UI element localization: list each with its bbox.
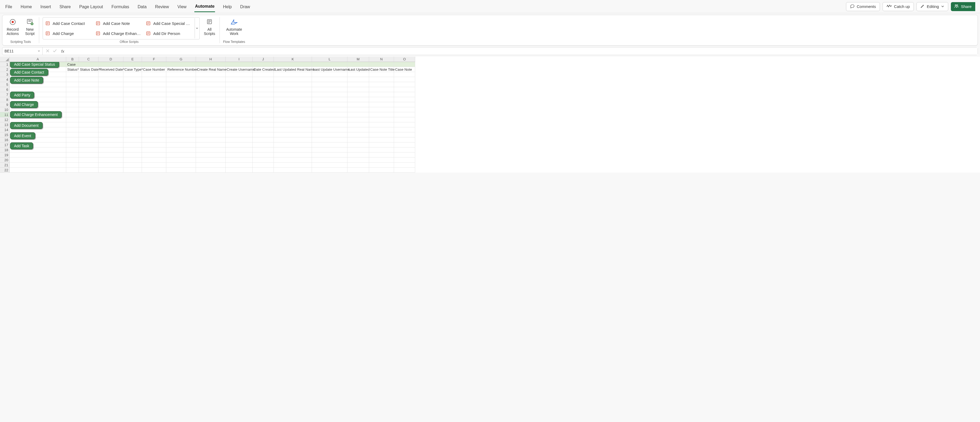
cell-B15[interactable] — [66, 132, 79, 137]
tab-share[interactable]: Share — [59, 1, 71, 12]
cell-K19[interactable] — [274, 153, 312, 158]
cell-D5[interactable] — [99, 82, 123, 87]
cell-H1[interactable] — [196, 62, 226, 67]
cell-B13[interactable] — [66, 122, 79, 127]
cell-J11[interactable] — [253, 112, 274, 117]
cell-K14[interactable] — [274, 127, 312, 132]
cell-D12[interactable] — [99, 117, 123, 122]
col-header-D[interactable]: D — [99, 57, 123, 62]
cell-N14[interactable] — [369, 127, 394, 132]
editing-mode-button[interactable]: Editing — [916, 2, 948, 11]
cell-I22[interactable] — [226, 167, 253, 173]
cell-C15[interactable] — [79, 132, 99, 137]
cell-L3[interactable] — [312, 72, 347, 77]
cell-C21[interactable] — [79, 162, 99, 167]
cell-H2[interactable]: Create Real Name — [196, 67, 226, 72]
row-header-22[interactable]: 22 — [0, 167, 10, 173]
comments-button[interactable]: Comments — [846, 2, 880, 11]
cell-G12[interactable] — [166, 117, 196, 122]
cell-E12[interactable] — [123, 117, 142, 122]
cell-O16[interactable] — [394, 137, 415, 142]
gallery-expand-button[interactable] — [195, 18, 199, 38]
cell-C10[interactable] — [79, 107, 99, 112]
col-header-I[interactable]: I — [226, 57, 253, 62]
cell-F9[interactable] — [142, 102, 166, 107]
cell-B11[interactable] — [66, 112, 79, 117]
cell-E8[interactable] — [123, 97, 142, 102]
tab-page-layout[interactable]: Page Layout — [79, 1, 103, 12]
cell-L18[interactable] — [312, 148, 347, 153]
cell-D8[interactable] — [99, 97, 123, 102]
cell-I4[interactable] — [226, 77, 253, 82]
cell-E9[interactable] — [123, 102, 142, 107]
cell-K17[interactable] — [274, 142, 312, 148]
row-header-20[interactable]: 20 — [0, 158, 10, 162]
cell-E11[interactable] — [123, 112, 142, 117]
cell-K22[interactable] — [274, 167, 312, 173]
macro-button-add-event[interactable]: Add Event — [10, 132, 35, 139]
cell-K3[interactable] — [274, 72, 312, 77]
cell-H18[interactable] — [196, 148, 226, 153]
cell-I18[interactable] — [226, 148, 253, 153]
cell-F11[interactable] — [142, 112, 166, 117]
cell-N8[interactable] — [369, 97, 394, 102]
cell-M3[interactable] — [347, 72, 369, 77]
cell-J7[interactable] — [253, 92, 274, 97]
cell-G14[interactable] — [166, 127, 196, 132]
cell-F1[interactable] — [142, 62, 166, 67]
tab-draw[interactable]: Draw — [240, 1, 250, 12]
cell-C6[interactable] — [79, 87, 99, 92]
cell-I9[interactable] — [226, 102, 253, 107]
cell-J12[interactable] — [253, 117, 274, 122]
cell-F16[interactable] — [142, 137, 166, 142]
cell-K20[interactable] — [274, 158, 312, 162]
cell-K15[interactable] — [274, 132, 312, 137]
cell-D18[interactable] — [99, 148, 123, 153]
tab-data[interactable]: Data — [137, 1, 147, 12]
tab-insert[interactable]: Insert — [40, 1, 51, 12]
cell-H21[interactable] — [196, 162, 226, 167]
cell-M14[interactable] — [347, 127, 369, 132]
cell-G5[interactable] — [166, 82, 196, 87]
col-header-H[interactable]: H — [196, 57, 226, 62]
tab-formulas[interactable]: Formulas — [111, 1, 130, 12]
cell-O9[interactable] — [394, 102, 415, 107]
cell-K5[interactable] — [274, 82, 312, 87]
cell-J13[interactable] — [253, 122, 274, 127]
cell-M9[interactable] — [347, 102, 369, 107]
cell-G4[interactable] — [166, 77, 196, 82]
cell-O15[interactable] — [394, 132, 415, 137]
cell-M12[interactable] — [347, 117, 369, 122]
cell-C1[interactable] — [79, 62, 99, 67]
macro-button-add-document[interactable]: Add Document — [10, 122, 43, 129]
cell-L2[interactable]: Last Update Username — [312, 67, 347, 72]
cell-E7[interactable] — [123, 92, 142, 97]
col-header-E[interactable]: E — [123, 57, 142, 62]
cell-B21[interactable] — [66, 162, 79, 167]
cell-I8[interactable] — [226, 97, 253, 102]
cell-E4[interactable] — [123, 77, 142, 82]
cell-J14[interactable] — [253, 127, 274, 132]
cell-N22[interactable] — [369, 167, 394, 173]
cell-B17[interactable] — [66, 142, 79, 148]
cell-G15[interactable] — [166, 132, 196, 137]
col-header-L[interactable]: L — [312, 57, 347, 62]
new-script-button[interactable]: New Script — [25, 17, 35, 37]
col-header-O[interactable]: O — [394, 57, 415, 62]
cell-O14[interactable] — [394, 127, 415, 132]
cell-G2[interactable]: Reference Number — [166, 67, 196, 72]
cell-H19[interactable] — [196, 153, 226, 158]
cell-O7[interactable] — [394, 92, 415, 97]
cell-H5[interactable] — [196, 82, 226, 87]
row-header-21[interactable]: 21 — [0, 162, 10, 167]
cell-G6[interactable] — [166, 87, 196, 92]
cell-I2[interactable]: Create Username — [226, 67, 253, 72]
cell-J22[interactable] — [253, 167, 274, 173]
col-header-A[interactable]: A — [10, 57, 66, 62]
cell-G13[interactable] — [166, 122, 196, 127]
cell-K1[interactable] — [274, 62, 312, 67]
cell-E19[interactable] — [123, 153, 142, 158]
cell-C14[interactable] — [79, 127, 99, 132]
cell-K6[interactable] — [274, 87, 312, 92]
cell-M15[interactable] — [347, 132, 369, 137]
